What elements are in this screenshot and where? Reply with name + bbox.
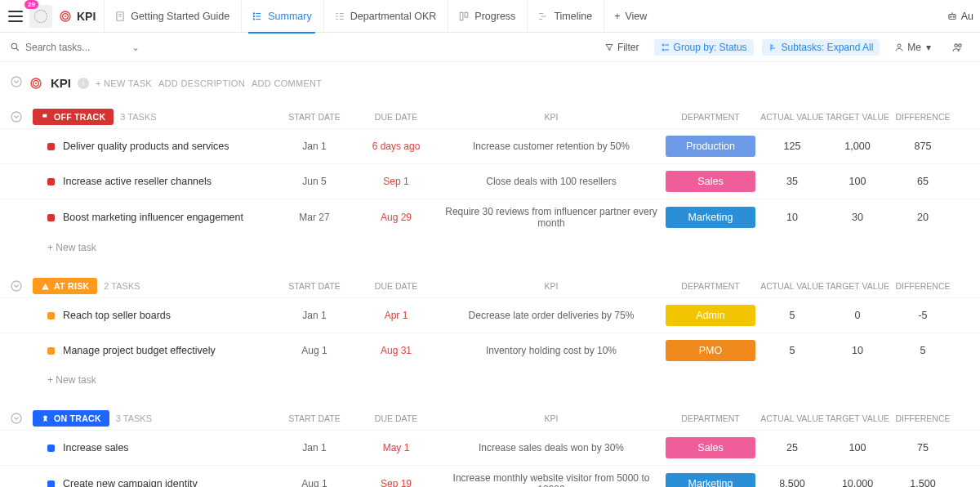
difference-cell[interactable]: 1,500 [890, 478, 956, 487]
add-description-button[interactable]: ADD DESCRIPTION [158, 78, 245, 88]
due-date-cell[interactable]: Aug 31 [351, 345, 441, 356]
status-square-icon[interactable] [47, 143, 55, 150]
target-value-cell[interactable]: 1,000 [825, 141, 890, 152]
department-cell[interactable]: Marketing [662, 207, 760, 228]
automation-button[interactable]: Au [947, 11, 973, 22]
kpi-cell[interactable]: Inventory holding cost by 10% [441, 345, 662, 356]
target-value-cell[interactable]: 0 [825, 310, 890, 321]
collapse-toggle[interactable] [10, 75, 23, 91]
menu-icon[interactable] [8, 11, 23, 22]
kpi-cell[interactable]: Close deals with 100 resellers [441, 176, 662, 187]
kpi-cell[interactable]: Require 30 reviews from influencer partn… [441, 206, 662, 229]
task-row[interactable]: Boost marketing influencer engagement Ma… [0, 199, 980, 235]
actual-value-cell[interactable]: 125 [760, 141, 825, 152]
start-date-cell[interactable]: Jan 1 [278, 141, 351, 152]
status-tag[interactable]: OFF TRACK [33, 109, 114, 125]
task-row[interactable]: Reach top seller boards Jan 1 Apr 1 Decr… [0, 297, 980, 333]
kpi-cell[interactable]: Decrease late order deliveries by 75% [441, 310, 662, 321]
department-cell[interactable]: Admin [662, 305, 760, 326]
department-cell[interactable]: Production [662, 136, 760, 157]
difference-cell[interactable]: -5 [890, 310, 956, 321]
col-due-date: DUE DATE [351, 112, 441, 122]
department-cell[interactable]: PMO [662, 340, 760, 361]
due-date-cell[interactable]: Sep 1 [351, 176, 441, 187]
target-value-cell[interactable]: 30 [825, 212, 890, 223]
workspace-selector[interactable]: 29 [29, 5, 52, 28]
actual-value-cell[interactable]: 25 [760, 442, 825, 453]
due-date-cell[interactable]: Aug 29 [351, 212, 441, 223]
start-date-cell[interactable]: Mar 27 [278, 212, 351, 223]
chevron-down-icon[interactable]: ⌄ [131, 42, 140, 53]
target-value-cell[interactable]: 100 [825, 442, 890, 453]
tab-summary[interactable]: Summary [241, 0, 321, 33]
actual-value-cell[interactable]: 35 [760, 176, 825, 187]
start-date-cell[interactable]: Jun 5 [278, 176, 351, 187]
status-square-icon[interactable] [47, 480, 55, 488]
task-title: Boost marketing influencer engagement [63, 212, 243, 223]
target-value-cell[interactable]: 10 [825, 345, 890, 356]
due-date-cell[interactable]: Sep 19 [351, 478, 441, 487]
status-tag[interactable]: AT RISK [33, 278, 97, 294]
status-square-icon[interactable] [47, 347, 55, 355]
task-row[interactable]: Deliver quality products and services Ja… [0, 128, 980, 163]
status-square-icon[interactable] [47, 445, 55, 452]
new-task-button[interactable]: + New task [0, 235, 980, 257]
tab-departmental-okr[interactable]: Departmental OKR [323, 0, 447, 33]
assignees-button[interactable] [946, 39, 970, 56]
group-by-button[interactable]: Group by: Status [654, 39, 754, 56]
difference-cell[interactable]: 65 [890, 176, 956, 187]
due-date-cell[interactable]: Apr 1 [351, 310, 441, 321]
task-row[interactable]: Manage project budget effectively Aug 1 … [0, 333, 980, 368]
group-collapse-toggle[interactable] [0, 412, 33, 425]
difference-cell[interactable]: 20 [890, 212, 956, 223]
tab-progress[interactable]: Progress [448, 0, 525, 33]
actual-value-cell[interactable]: 10 [760, 212, 825, 223]
search-box[interactable]: ⌄ [10, 42, 157, 53]
add-comment-button[interactable]: ADD COMMENT [252, 78, 322, 88]
tab-timeline[interactable]: Timeline [527, 0, 602, 33]
search-input[interactable] [25, 42, 123, 53]
task-row[interactable]: Create new campaign identity Aug 1 Sep 1… [0, 465, 980, 487]
task-row[interactable]: Increase sales Jan 1 May 1 Increase sale… [0, 430, 980, 465]
actual-value-cell[interactable]: 8,500 [760, 478, 825, 487]
start-date-cell[interactable]: Aug 1 [278, 478, 351, 487]
start-date-cell[interactable]: Aug 1 [278, 345, 351, 356]
department-cell[interactable]: Marketing [662, 473, 760, 487]
subtasks-button[interactable]: Subtasks: Expand All [762, 39, 880, 56]
target-value-cell[interactable]: 10,000 [825, 478, 890, 487]
task-row[interactable]: Increase active reseller channels Jun 5 … [0, 163, 980, 199]
start-date-cell[interactable]: Jan 1 [278, 442, 351, 453]
kpi-cell[interactable]: Increase customer retention by 50% [441, 141, 662, 152]
due-date-cell[interactable]: May 1 [351, 442, 441, 453]
kpi-cell[interactable]: Increase monthly website visitor from 50… [441, 472, 662, 487]
department-cell[interactable]: Sales [662, 171, 760, 192]
difference-cell[interactable]: 875 [890, 141, 956, 152]
target-value-cell[interactable]: 100 [825, 176, 890, 187]
info-icon[interactable]: i [78, 78, 89, 89]
svg-rect-7 [461, 12, 464, 20]
status-square-icon[interactable] [47, 178, 55, 185]
status-tag[interactable]: ON TRACK [33, 410, 109, 427]
status-square-icon[interactable] [47, 312, 55, 319]
actual-value-cell[interactable]: 5 [760, 345, 825, 356]
new-task-button[interactable]: + NEW TASK [96, 78, 152, 88]
filter-button[interactable]: Filter [598, 39, 646, 56]
tab-getting-started[interactable]: Getting Started Guide [104, 0, 239, 33]
actual-value-cell[interactable]: 5 [760, 310, 825, 321]
kpi-cell[interactable]: Increase sales deals won by 30% [441, 442, 662, 453]
col-target: TARGET VALUE [825, 413, 890, 423]
department-cell[interactable]: Sales [662, 437, 760, 458]
task-title: Reach top seller boards [63, 310, 171, 321]
difference-cell[interactable]: 75 [890, 442, 956, 453]
status-square-icon[interactable] [47, 214, 55, 221]
difference-cell[interactable]: 5 [890, 345, 956, 356]
group-collapse-toggle[interactable] [0, 279, 33, 293]
new-task-button[interactable]: + New task [0, 368, 980, 389]
group-collapse-toggle[interactable] [0, 110, 33, 123]
add-view-button[interactable]: + View [604, 0, 657, 33]
people-icon [952, 42, 964, 53]
due-date-cell[interactable]: 6 days ago [351, 141, 441, 152]
task-count: 3 TASKS [116, 413, 152, 423]
me-filter[interactable]: Me ▾ [888, 39, 938, 56]
start-date-cell[interactable]: Jan 1 [278, 310, 351, 321]
